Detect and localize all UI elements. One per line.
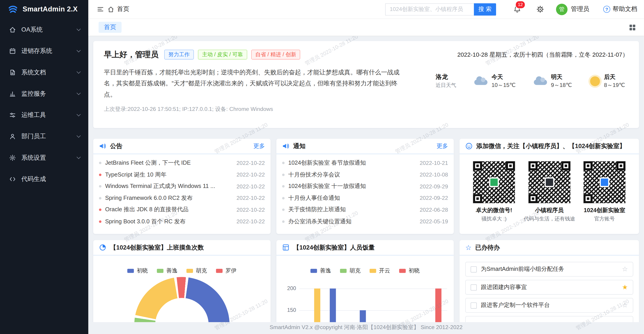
notice-date: 2022-10-21 xyxy=(420,160,448,166)
todo-item[interactable]: 为SmartAdmin前端小组分配任务☆ xyxy=(465,262,633,277)
sidebar-item-2[interactable]: 进销存系统 xyxy=(0,40,88,62)
announcement-item[interactable]: Spring Boot 3.0.0 首个 RC 发布2022-10-22 xyxy=(99,216,265,227)
announcement-item[interactable]: Spring Framework 6.0.0 RC2 发布2022-10-22 xyxy=(99,192,265,204)
notice-item[interactable]: 1024创新实验室 春节放假通知2022-10-21 xyxy=(282,157,448,169)
fish-legend-item[interactable]: 善逸 xyxy=(157,267,178,275)
search-button[interactable]: 搜 索 xyxy=(474,3,496,15)
sidebar-item-label: 进销存系统 xyxy=(21,47,52,55)
qrcode-desc: 骚扰卓大 :) xyxy=(468,216,519,222)
sidebar-item-7[interactable]: 系统设置 xyxy=(0,147,88,168)
notice-title: 十月份技术分享会议 xyxy=(288,171,416,178)
chart-bars-icon xyxy=(9,90,16,97)
weather-day: 后天8～19℃ xyxy=(590,73,625,89)
notices-list: 1024创新实验室 春节放假通知2022-10-21十月份技术分享会议2022-… xyxy=(276,154,454,227)
announcements-list: JetBrains Fleet 公测，下一代 IDE2022-10-22Type… xyxy=(93,154,270,227)
notice-item[interactable]: 关于疫情防控上班通知2022-06-28 xyxy=(282,204,448,216)
sidebar-item-label: 监控服务 xyxy=(21,90,46,97)
star-icon[interactable]: ★ xyxy=(622,284,628,291)
announcement-title: TypeScript 诞生 10 周年 xyxy=(105,171,233,178)
announcement-title: JetBrains Fleet 公测，下一代 IDE xyxy=(105,159,233,167)
sidebar-item-3[interactable]: 系统文档 xyxy=(0,62,88,83)
bullet-dot xyxy=(282,162,285,164)
bar-开云 xyxy=(314,289,320,322)
bullet-dot xyxy=(99,162,102,164)
speaker-icon xyxy=(99,142,106,150)
notice-item[interactable]: 1024创新实验室 十一放假通知2022-09-29 xyxy=(282,181,448,192)
home-icon xyxy=(9,26,16,33)
sidebar-item-8[interactable]: 代码生成 xyxy=(0,168,88,190)
collapse-sidebar-icon[interactable] xyxy=(95,4,106,14)
bullet-dot xyxy=(282,197,285,199)
todo-card: ☆ 已办待办 为SmartAdmin前端小组分配任务☆跟进团建内容事宜★跟进客户… xyxy=(460,240,639,322)
wechat-title: 添加微信，关注【小镇程序员】、【1024创新实验室】 xyxy=(476,142,626,150)
todo-label: 跟进团建内容事宜 xyxy=(481,284,618,291)
user-menu[interactable]: 管 管理员 xyxy=(556,3,589,15)
motto-text: 平日里的千锤百炼，才能托举出光彩时刻；逆境中的亮剑、失败后的奋起，才能让梦想成真… xyxy=(104,66,408,100)
sidebar-item-5[interactable]: 运维工具 xyxy=(0,104,88,125)
fish-chart-legend: 初晓善逸胡克罗伊 xyxy=(93,267,270,275)
fish-chart-title: 【1024创新实验室】上班摸鱼次数 xyxy=(110,244,204,251)
sidebar-item-4[interactable]: 监控服务 xyxy=(0,83,88,104)
help-link[interactable]: ? 帮助文档 xyxy=(603,5,637,13)
qrcode-image xyxy=(528,161,570,203)
star-icon[interactable]: ☆ xyxy=(622,302,628,309)
announcements-card: 公告 更多 JetBrains Fleet 公测，下一代 IDE2022-10-… xyxy=(93,139,270,234)
qrcode-desc: 代码与生活，还有钱途 xyxy=(524,216,575,222)
todo-title: 已办待办 xyxy=(475,244,500,251)
topbar: 首页 搜 索 12 管 管理员 ? 帮助文档 xyxy=(88,0,644,19)
notice-item[interactable]: 十月份技术分享会议2022-10-08 xyxy=(282,169,448,181)
todo-checkbox[interactable] xyxy=(470,284,476,290)
todo-checkbox[interactable] xyxy=(470,302,476,308)
todo-item[interactable]: 跟进团建内容事宜★ xyxy=(465,280,633,295)
tab-home[interactable]: 首页 xyxy=(99,22,122,33)
breadcrumb[interactable]: 首页 xyxy=(117,5,129,13)
announcement-title: Spring Boot 3.0.0 首个 RC 发布 xyxy=(105,218,233,225)
todo-checkbox[interactable] xyxy=(470,266,476,272)
gridline xyxy=(300,289,448,289)
notice-item[interactable]: 十月份人事任命通知2022-09-22 xyxy=(282,192,448,204)
fish-legend-item[interactable]: 胡克 xyxy=(186,267,207,275)
qrcode-item: 小镇程序员代码与生活，还有钱途 xyxy=(524,161,575,222)
announcement-title: Oracle 推出 JDK 8 的直接替代品 xyxy=(105,206,233,214)
announcement-item[interactable]: TypeScript 诞生 10 周年2022-10-22 xyxy=(99,169,265,181)
announcement-item[interactable]: Oracle 推出 JDK 8 的直接替代品2022-10-22 xyxy=(99,204,265,216)
todo-item[interactable]: 跟进客户定制一个软件平台☆ xyxy=(465,298,633,313)
todo-item-partial xyxy=(465,316,633,322)
help-label: 帮助文档 xyxy=(612,5,637,13)
search-input[interactable] xyxy=(385,3,474,15)
sidebar-item-label: 系统设置 xyxy=(21,154,46,162)
fish-chart-card: 【1024创新实验室】上班摸鱼次数 初晓善逸胡克罗伊 xyxy=(93,240,270,322)
chevron-down-icon xyxy=(77,69,81,73)
legend-marker xyxy=(127,269,134,273)
home-icon[interactable] xyxy=(106,4,116,14)
bullet-dot xyxy=(99,173,102,176)
fish-legend-item[interactable]: 初晓 xyxy=(127,267,148,275)
notice-date: 2022-09-29 xyxy=(420,183,448,189)
chevron-down-icon xyxy=(77,48,81,52)
legend-marker xyxy=(186,269,193,273)
user-icon xyxy=(9,133,16,140)
layout-grid-icon[interactable] xyxy=(629,24,636,30)
fish-legend-item[interactable]: 罗伊 xyxy=(216,267,237,275)
announcement-item[interactable]: Windows Terminal 正式成为 Windows 11 ...2022… xyxy=(99,181,265,192)
welcome-tag: 努力工作 xyxy=(164,50,194,60)
sidebar-item-label: 运维工具 xyxy=(21,111,46,119)
notifications-button[interactable]: 12 xyxy=(512,4,522,14)
sidebar-item-label: 代码生成 xyxy=(21,175,46,183)
notices-more-link[interactable]: 更多 xyxy=(436,142,448,150)
announcement-item[interactable]: JetBrains Fleet 公测，下一代 IDE2022-10-22 xyxy=(99,157,265,169)
sidebar-item-1[interactable]: OA系统 xyxy=(0,19,88,40)
sidebar-item-6[interactable]: 部门员工 xyxy=(0,126,88,147)
qrcode-item: 卓大的微信号!骚扰卓大 :) xyxy=(468,161,519,222)
bar-chart: 200150 xyxy=(276,240,454,322)
star-icon[interactable]: ☆ xyxy=(622,266,628,272)
pie-chart-icon xyxy=(99,244,106,251)
announcements-more-link[interactable]: 更多 xyxy=(253,142,265,150)
announcement-date: 2022-10-22 xyxy=(236,195,265,201)
y-axis-label: 200 xyxy=(280,285,296,291)
settings-icon[interactable] xyxy=(534,4,545,14)
notice-title: 1024创新实验室 春节放假通知 xyxy=(288,159,416,167)
user-name: 管理员 xyxy=(571,5,589,13)
notice-item[interactable]: 办公室消杀关键位置通知2022-05-19 xyxy=(282,216,448,227)
app-logo[interactable]: SmartAdmin 2.X xyxy=(0,0,88,19)
